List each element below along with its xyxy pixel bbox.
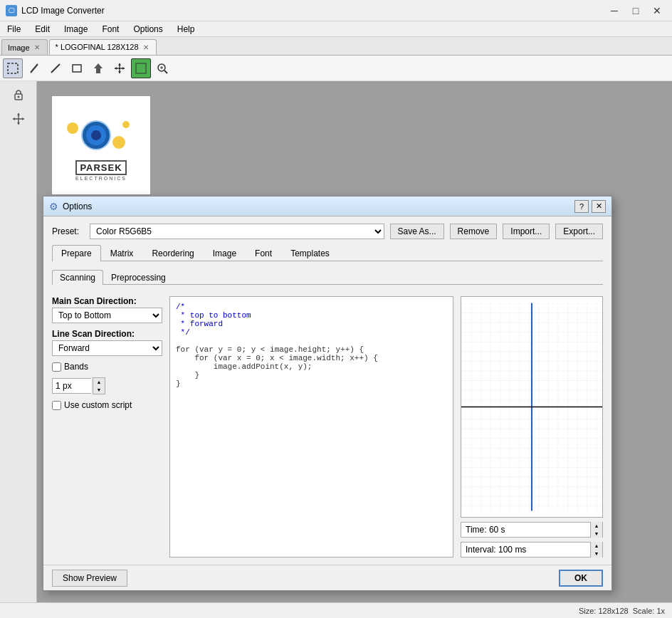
bands-size-spinners: ▲ ▼: [93, 377, 105, 394]
bands-checkbox[interactable]: [52, 362, 61, 372]
pan-tool[interactable]: [8, 108, 29, 130]
svg-line-2: [51, 64, 60, 73]
menu-options[interactable]: Options: [126, 23, 169, 36]
dialog-title-bar: ⚙ Options ? ✕: [43, 197, 611, 216]
svg-point-24: [67, 122, 78, 134]
close-button[interactable]: ✕: [648, 4, 666, 18]
tab-font[interactable]: Font: [246, 245, 281, 261]
line-scan-label: Line Scan Direction: Forward: [52, 329, 162, 356]
time-up[interactable]: ▲: [591, 522, 602, 530]
dialog-title-text: Options: [63, 201, 92, 211]
use-custom-script-checkbox[interactable]: [52, 401, 61, 410]
menu-help[interactable]: Help: [170, 23, 202, 36]
line-scan-select[interactable]: Forward: [52, 340, 162, 356]
tab-templates[interactable]: Templates: [281, 245, 339, 261]
logo-image: [55, 110, 147, 164]
fill-icon: [93, 63, 104, 74]
tab-matrix[interactable]: Matrix: [101, 245, 143, 261]
move-icon: [114, 63, 125, 74]
svg-rect-11: [136, 63, 146, 73]
time-label: Time: 60 s: [461, 525, 590, 535]
dialog-close-button[interactable]: ✕: [592, 200, 606, 213]
lock-tool[interactable]: [8, 84, 29, 105]
tab-prepare[interactable]: Prepare: [52, 245, 101, 261]
rect-icon: [71, 63, 83, 74]
status-size: Size: 128x128: [579, 607, 629, 615]
document-tabs: Image ✕ * LOGOFINAL 128X128 ✕: [0, 37, 672, 56]
rect-tool-button[interactable]: [67, 58, 87, 78]
time-spinners: ▲ ▼: [590, 522, 602, 538]
main-scan-select[interactable]: Top to Bottom: [52, 308, 162, 323]
line-tool-button[interactable]: [46, 58, 65, 78]
title-bar-left: 🖵 LCD Image Converter: [6, 5, 105, 16]
pan-icon: [11, 112, 26, 126]
select-icon: [7, 63, 19, 74]
select-tool-button[interactable]: [3, 58, 23, 78]
preset-select[interactable]: Color R5G6B5: [90, 224, 384, 239]
pencil-tool-button[interactable]: [24, 58, 44, 78]
left-panel: [0, 81, 37, 602]
import-button[interactable]: Import...: [503, 224, 550, 239]
tab-reordering[interactable]: Reordering: [142, 245, 203, 261]
maximize-button[interactable]: □: [626, 4, 645, 18]
bands-size-up[interactable]: ▲: [93, 378, 105, 386]
dialog-options-icon: ⚙: [49, 201, 58, 212]
menu-font[interactable]: Font: [95, 23, 126, 36]
doc-tab-image-label: Image: [8, 43, 30, 52]
svg-line-1: [31, 64, 38, 73]
menu-file[interactable]: File: [0, 23, 28, 36]
svg-marker-7: [118, 63, 121, 66]
export-button[interactable]: Export...: [555, 224, 603, 239]
menu-edit[interactable]: Edit: [28, 23, 57, 36]
svg-marker-23: [22, 117, 24, 120]
tab-content: Main Scan Direction: Top to Bottom Line …: [52, 296, 603, 557]
main-scan-direction-label: Main Scan Direction:: [52, 296, 162, 306]
subtab-scanning[interactable]: Scanning: [52, 270, 103, 285]
scan-preview-grid: [461, 296, 603, 518]
preset-row: Preset: Color R5G6B5 Save As... Remove I…: [52, 224, 603, 239]
svg-marker-22: [13, 117, 15, 120]
bands-size-down[interactable]: ▼: [93, 386, 105, 394]
doc-tab-image-close[interactable]: ✕: [33, 43, 41, 51]
pencil-icon: [28, 63, 40, 74]
parsek-text: PARSEK: [75, 160, 126, 175]
menu-image[interactable]: Image: [57, 23, 95, 36]
doc-tab-logo[interactable]: * LOGOFINAL 128X128 ✕: [49, 39, 157, 55]
tab-image[interactable]: Image: [204, 245, 246, 261]
zoom-tool-button[interactable]: [152, 58, 172, 78]
fill-tool-button[interactable]: [88, 58, 108, 78]
svg-marker-4: [94, 63, 103, 73]
main-scan-label: Main Scan Direction: Top to Bottom: [52, 296, 162, 323]
color-tool-button[interactable]: [131, 58, 151, 78]
line-icon: [50, 63, 61, 74]
zoom-icon: [157, 63, 168, 74]
interval-down[interactable]: ▼: [591, 550, 602, 557]
move-tool-button[interactable]: [110, 58, 130, 78]
canvas: PARSEK ELECTRONICS: [51, 95, 151, 195]
line-scan-direction-label: Line Scan Direction:: [52, 329, 162, 339]
interval-label: Interval: 100 ms: [461, 545, 590, 555]
menu-bar: File Edit Image Font Options Help: [0, 21, 672, 37]
dialog-body: Preset: Color R5G6B5 Save As... Remove I…: [43, 216, 611, 565]
remove-button[interactable]: Remove: [450, 224, 498, 239]
interval-up[interactable]: ▲: [591, 542, 602, 550]
doc-tab-image[interactable]: Image ✕: [1, 39, 48, 55]
window-title: LCD Image Converter: [21, 6, 105, 16]
code-editor[interactable]: /* * top to bottom * forward */ for (var…: [169, 296, 453, 557]
svg-point-27: [91, 130, 101, 140]
svg-marker-10: [122, 67, 125, 70]
title-controls: ─ □ ✕: [605, 4, 666, 18]
svg-rect-3: [73, 65, 81, 72]
preview-panel: Time: 60 s ▲ ▼ Interval: 100 ms ▲ ▼: [461, 296, 603, 557]
ok-button[interactable]: OK: [559, 570, 603, 587]
minimize-button[interactable]: ─: [605, 4, 624, 18]
svg-line-13: [164, 70, 167, 73]
doc-tab-logo-close[interactable]: ✕: [142, 43, 150, 51]
bands-size-input[interactable]: [52, 378, 91, 394]
save-as-button[interactable]: Save As...: [390, 224, 444, 239]
options-dialog: ⚙ Options ? ✕ Preset: Color R5G6B5 Save …: [43, 196, 612, 591]
dialog-help-button[interactable]: ?: [574, 200, 589, 213]
show-preview-button[interactable]: Show Preview: [52, 570, 127, 587]
time-down[interactable]: ▼: [591, 530, 602, 538]
subtab-preprocessing[interactable]: Preprocessing: [103, 270, 174, 285]
